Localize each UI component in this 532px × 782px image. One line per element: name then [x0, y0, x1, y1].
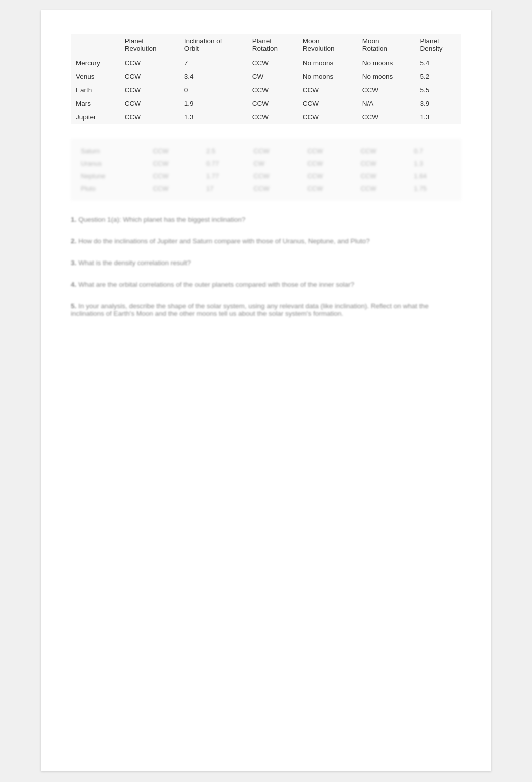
question-number-5: 5.	[71, 302, 76, 310]
blurred-row-0-col-4: CCW	[302, 145, 356, 157]
blurred-row-3-col-2: 17	[201, 182, 249, 195]
blurred-row-2-col-2: 1.77	[201, 170, 249, 182]
blurred-row-2-col-5: CCW	[356, 170, 409, 182]
blurred-row-1-col-6: 1.3	[409, 157, 456, 170]
col-planet-revolution: PlanetRevolution	[120, 34, 179, 55]
question-text-1: Question 1(a): Which planet has the bigg…	[78, 216, 245, 223]
table-row-3-col-2: 1.9	[179, 97, 247, 110]
blurred-table-section: SaturnCCW2.5CCWCCWCCW0.7UranusCCW0.77CWC…	[71, 139, 461, 201]
question-2: 2.How do the inclinations of Jupiter and…	[71, 237, 461, 245]
table-row-2-col-5: CCW	[357, 83, 415, 97]
question-number-3: 3.	[71, 259, 76, 267]
blurred-row-3-col-1: CCW	[148, 182, 201, 195]
table-row-0-col-2: 7	[179, 55, 247, 70]
col-moon-rotation: MoonRotation	[357, 34, 415, 55]
main-data-table: PlanetRevolution Inclination ofOrbit Pla…	[71, 34, 461, 124]
table-row-2-col-4: CCW	[298, 83, 357, 97]
table-row-1-col-5: No moons	[357, 70, 415, 83]
blurred-row-2-col-4: CCW	[302, 170, 356, 182]
question-5: 5.In your analysis, describe the shape o…	[71, 302, 461, 317]
questions-section: 1.Question 1(a): Which planet has the bi…	[71, 216, 461, 317]
blurred-row-1-col-4: CCW	[302, 157, 356, 170]
question-3: 3.What is the density correlation result…	[71, 259, 461, 267]
table-row-1-col-0: Venus	[71, 70, 120, 83]
table-row-3-col-4: CCW	[298, 97, 357, 110]
table-row-2-col-1: CCW	[120, 83, 179, 97]
table-row-3-col-1: CCW	[120, 97, 179, 110]
question-number-2: 2.	[71, 237, 76, 245]
blurred-row-1-col-3: CW	[249, 157, 303, 170]
table-row-0-col-3: CCW	[247, 55, 298, 70]
table-row-0-col-5: No moons	[357, 55, 415, 70]
table-row-3-col-0: Mars	[71, 97, 120, 110]
col-planet-density: PlanetDensity	[415, 34, 461, 55]
blurred-row-0-col-5: CCW	[356, 145, 409, 157]
table-row-3-col-6: 3.9	[415, 97, 461, 110]
blurred-row-3-col-3: CCW	[249, 182, 303, 195]
blurred-row-3-col-4: CCW	[302, 182, 356, 195]
table-row-2-col-6: 5.5	[415, 83, 461, 97]
question-text-2: How do the inclinations of Jupiter and S…	[78, 237, 370, 245]
col-inclination: Inclination ofOrbit	[179, 34, 247, 55]
table-row-4-col-0: Jupiter	[71, 110, 120, 124]
table-row-3-col-5: N/A	[357, 97, 415, 110]
blurred-row-1-col-5: CCW	[356, 157, 409, 170]
question-4: 4.What are the orbital correlations of t…	[71, 281, 461, 288]
table-row-2-col-2: 0	[179, 83, 247, 97]
table-row-1-col-2: 3.4	[179, 70, 247, 83]
question-number-4: 4.	[71, 281, 76, 288]
question-text-4: What are the orbital correlations of the…	[78, 281, 354, 288]
blurred-row-0-col-1: CCW	[148, 145, 201, 157]
table-row-1-col-4: No moons	[298, 70, 357, 83]
col-planet-rotation: PlanetRotation	[247, 34, 298, 55]
question-number-1: 1.	[71, 216, 76, 223]
blurred-row-3-col-6: 1.75	[409, 182, 456, 195]
page: PlanetRevolution Inclination ofOrbit Pla…	[41, 10, 491, 771]
blurred-data-table: SaturnCCW2.5CCWCCWCCW0.7UranusCCW0.77CWC…	[76, 145, 456, 195]
table-row-4-col-4: CCW	[298, 110, 357, 124]
table-row-1-col-6: 5.2	[415, 70, 461, 83]
table-row-2-col-3: CCW	[247, 83, 298, 97]
blurred-row-0-col-3: CCW	[249, 145, 303, 157]
blurred-row-2-col-3: CCW	[249, 170, 303, 182]
table-row-1-col-3: CW	[247, 70, 298, 83]
table-row-2-col-0: Earth	[71, 83, 120, 97]
blurred-row-1-col-2: 0.77	[201, 157, 249, 170]
question-text-5: In your analysis, describe the shape of …	[71, 302, 429, 317]
blurred-row-2-col-6: 1.64	[409, 170, 456, 182]
table-row-0-col-4: No moons	[298, 55, 357, 70]
table-row-3-col-3: CCW	[247, 97, 298, 110]
question-text-3: What is the density correlation result?	[78, 259, 191, 267]
blurred-row-3-col-5: CCW	[356, 182, 409, 195]
blurred-row-2-col-0: Neptune	[76, 170, 148, 182]
blurred-row-0-col-2: 2.5	[201, 145, 249, 157]
blurred-row-1-col-0: Uranus	[76, 157, 148, 170]
blurred-row-2-col-1: CCW	[148, 170, 201, 182]
table-row-4-col-6: 1.3	[415, 110, 461, 124]
table-row-0-col-6: 5.4	[415, 55, 461, 70]
col-moon-revolution: MoonRevolution	[298, 34, 357, 55]
blurred-row-0-col-6: 0.7	[409, 145, 456, 157]
question-1: 1.Question 1(a): Which planet has the bi…	[71, 216, 461, 223]
blurred-row-3-col-0: Pluto	[76, 182, 148, 195]
table-row-1-col-1: CCW	[120, 70, 179, 83]
table-row-4-col-5: CCW	[357, 110, 415, 124]
table-row-4-col-2: 1.3	[179, 110, 247, 124]
col-planet	[71, 34, 120, 55]
table-row-0-col-1: CCW	[120, 55, 179, 70]
table-row-4-col-3: CCW	[247, 110, 298, 124]
blurred-row-0-col-0: Saturn	[76, 145, 148, 157]
table-row-0-col-0: Mercury	[71, 55, 120, 70]
table-row-4-col-1: CCW	[120, 110, 179, 124]
blurred-row-1-col-1: CCW	[148, 157, 201, 170]
